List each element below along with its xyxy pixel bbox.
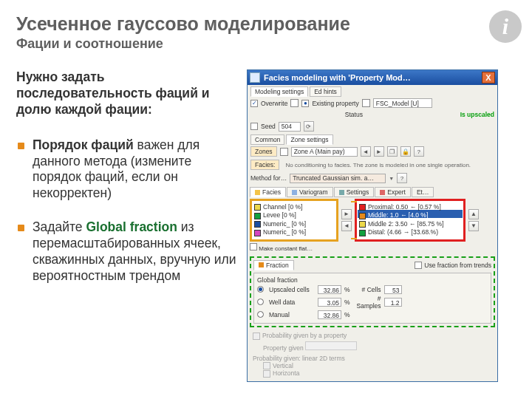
well-value[interactable]: 3.05 [318, 298, 341, 307]
new-prop-icon[interactable] [290, 99, 299, 107]
manual-value[interactable]: 32.86 [318, 310, 341, 319]
overwrite-label: Overwrite [261, 100, 287, 107]
existing-label: Existing property [312, 100, 358, 107]
radio-well[interactable] [257, 299, 264, 305]
zone-next-icon[interactable]: ► [374, 146, 384, 157]
well-count: 1.2 [384, 298, 402, 307]
facies-tab-icon [255, 190, 260, 195]
variogram-tab-icon [292, 190, 297, 195]
horizontal-label: Horizonta [273, 369, 299, 377]
upscaled-count: 53 [384, 285, 402, 294]
zone-icon [280, 148, 288, 156]
facies-available-list[interactable]: Channel [0 %] Levee [0 %] Numeric_ [0 %]… [250, 199, 338, 242]
tab-settings-label: Settings [347, 188, 369, 196]
zone-copy-icon[interactable]: ❐ [387, 146, 398, 157]
bullet-gf-term: Global fraction [86, 219, 177, 234]
slide-subtitle: Фации и соотношение [16, 36, 516, 52]
pct-label: % [344, 299, 350, 306]
make-constant-checkbox[interactable] [250, 243, 257, 250]
window-icon [250, 72, 260, 83]
seed-field[interactable]: 504 [279, 122, 301, 132]
info-icon: i [489, 10, 522, 43]
tab-facies[interactable]: Facies [250, 187, 286, 197]
settings-tab-icon [339, 190, 344, 195]
property-field[interactable]: FSC_Model [U] [373, 98, 432, 108]
bullet-facies-order: Порядок фаций важен для данного метода (… [16, 137, 238, 202]
zones-button[interactable]: Zones [250, 146, 277, 157]
facies-left-item[interactable]: Numeric_ [0 %] [254, 220, 334, 228]
facies-left-item[interactable]: Numeric_ [0 %] [254, 228, 334, 236]
move-down-icon[interactable]: ▼ [468, 221, 479, 231]
prop-given-label: Property given [263, 344, 304, 352]
horizontal-checkbox [263, 370, 270, 378]
bullet-gf-pre: Задайте [33, 219, 86, 234]
move-right-icon[interactable]: ► [341, 209, 352, 219]
make-constant-label: Make constant flat… [259, 245, 313, 252]
tab-variogram[interactable]: Variogram [287, 187, 333, 197]
zone-lock-icon[interactable]: 🔒 [400, 146, 411, 157]
pct-label: % [344, 311, 350, 318]
tab-fraction[interactable]: Fraction [253, 260, 294, 270]
seed-checkbox[interactable] [250, 123, 258, 130]
intro-text: Нужно задать последовательность фаций и … [16, 69, 238, 118]
facies-right-item[interactable]: Proximal: 0.50 ← [0.57 %] [359, 203, 461, 211]
facies-right-item[interactable]: Distal: (4.66 → [33.68.%) [359, 228, 461, 236]
seed-label: Seed [261, 123, 276, 130]
move-left-icon[interactable]: ◄ [341, 221, 352, 231]
method-field[interactable]: Truncated Gaussian sim. a… [290, 174, 386, 183]
window-title: Facies modeling with 'Property Mod… [264, 73, 411, 82]
existing-radio[interactable]: ● [301, 100, 309, 107]
zone-field[interactable]: Zone A (Main pay) [291, 147, 358, 157]
bullet-global-fraction: Задайте Global fraction из перемасштабир… [16, 219, 238, 284]
tab-ed-hints[interactable]: Ed hints [310, 86, 341, 97]
vertical-label: Vertical [273, 362, 293, 369]
tab-variogram-label: Variogram [299, 188, 328, 196]
expert-tab-icon [380, 190, 385, 195]
bullet-facies-order-bold: Порядок фаций [33, 137, 134, 152]
radio-upscaled[interactable] [257, 286, 264, 293]
global-fraction-label: Global fraction [257, 276, 488, 284]
use-trends-checkbox[interactable] [415, 262, 422, 269]
fraction-panel: Fraction Use fraction from trends Global… [250, 256, 495, 327]
facies-selected-list[interactable]: Proximal: 0.50 ← [0.57 %] Middle: 1.0 ← … [355, 199, 466, 242]
method-dropdown-icon[interactable]: ▼ [389, 176, 394, 181]
facies-button[interactable]: Facies: [250, 160, 279, 170]
trend-panel: Probability given by a property Property… [250, 330, 495, 379]
facies-note: No conditioning to facies. The zone is m… [285, 162, 471, 168]
facies-left-item[interactable]: Levee [0 %] [254, 211, 334, 219]
tab-expert[interactable]: Expert [375, 187, 411, 197]
tab-etc[interactable]: Et… [412, 187, 434, 197]
tab-common[interactable]: Common [250, 134, 284, 145]
upscaled-label: Upscaled cells [269, 286, 315, 293]
method-help-icon[interactable]: ? [397, 173, 407, 183]
linear-terms-label: Probability given: linear 2D terms [253, 355, 492, 362]
tab-settings[interactable]: Settings [334, 187, 375, 197]
pct-label: % [344, 286, 350, 293]
tab-zone-settings[interactable]: Zone settings [286, 134, 332, 145]
well-label: Well data [269, 299, 315, 306]
upscaled-value[interactable]: 32.86 [318, 285, 341, 294]
move-up-icon[interactable]: ▲ [468, 209, 479, 219]
fraction-tab-icon [259, 262, 264, 267]
facies-right-item[interactable]: Middle 2: 3.50 ← [85.75 %] [359, 220, 461, 228]
zone-help-icon[interactable]: ? [414, 146, 424, 157]
zone-prev-icon[interactable]: ◄ [361, 146, 371, 157]
prob-property-checkbox [253, 332, 260, 340]
status-label: Status [345, 111, 363, 118]
overwrite-checkbox[interactable]: ✓ [250, 100, 258, 107]
method-label: Method for… [250, 174, 287, 182]
seed-refresh-icon[interactable]: ⟳ [304, 121, 314, 132]
facies-right-item[interactable]: Middle: 1.0 ← [4.0 %] [359, 211, 461, 219]
tab-expert-label: Expert [387, 188, 406, 196]
radio-manual[interactable] [257, 311, 264, 318]
title-bar[interactable]: Facies modeling with 'Property Mod… X [248, 70, 497, 85]
close-button[interactable]: X [482, 72, 495, 83]
prop-given-field [305, 341, 357, 350]
use-trends-label: Use fraction from trends [424, 262, 491, 269]
tab-facies-label: Facies [262, 188, 281, 196]
facies-left-item[interactable]: Channel [0 %] [254, 203, 334, 211]
tab-modeling-settings[interactable]: Modeling settings [250, 86, 308, 97]
prob-property-label: Probability given by a property [262, 332, 347, 339]
manual-label: Manual [269, 311, 315, 318]
slide-title: Усеченное гауссово моделирование [16, 13, 516, 35]
